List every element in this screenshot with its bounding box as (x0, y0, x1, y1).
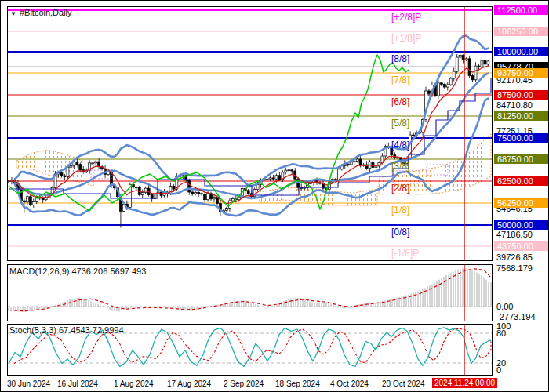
price-level-badge: 56250.00 (494, 198, 549, 208)
murrey-level-label: [7/8] (391, 74, 409, 85)
murrey-level-label: [-1/8]P (391, 248, 419, 259)
main-price-chart[interactable] (7, 6, 493, 261)
date-axis-label: 20 Oct 2024 (382, 379, 424, 388)
date-axis-label: 1 Aug 2024 (114, 379, 154, 388)
price-level-badge: 62500.00 (494, 176, 549, 186)
price-level-badge: 106250.00 (494, 27, 549, 36)
murrey-level-label: [0/8] (391, 227, 409, 238)
date-axis-label: 4 Oct 2024 (330, 379, 369, 388)
murrey-level-label: [+2/8]P (391, 12, 421, 23)
price-level-badge: 75000.00 (494, 133, 549, 143)
date-axis-label: 2 Sep 2024 (224, 379, 264, 388)
vline-date-badge: 2024.11.24 00:00 (432, 378, 497, 388)
macd-axis-tick: -2773.194 (496, 312, 536, 321)
price-axis-tick: 84710.80 (496, 100, 533, 110)
date-axis-label: 17 Aug 2024 (167, 379, 211, 388)
symbol-period-label[interactable]: ▼#Bitcoin,Daily (10, 8, 72, 17)
price-axis-tick: 39726.85 (496, 252, 533, 262)
stoch-axis-tick: 80 (496, 328, 506, 338)
price-axis-tick: 47186.50 (496, 230, 533, 239)
price-level-badge: 81250.00 (494, 111, 549, 121)
murrey-level-label: [2/8] (391, 183, 409, 194)
date-axis-label: 30 Jun 2024 (7, 379, 50, 388)
macd-axis-tick: 0.00 (496, 302, 513, 311)
price-level-badge: 100000.00 (494, 47, 549, 56)
murrey-level-label: [4/8] (391, 140, 409, 151)
stoch-axis-tick: 0 (496, 365, 501, 375)
price-level-badge: 50000.00 (494, 220, 549, 230)
price-level-badge: 112500.00 (494, 5, 549, 15)
chart-dropdown-icon[interactable]: ▼ (10, 10, 16, 17)
price-level-badge: 68750.00 (494, 154, 549, 164)
date-axis-label: 18 Sep 2024 (275, 379, 320, 388)
macd-axis-tick: 7568.179 (496, 263, 533, 273)
macd-label: MACD(12,26,9) 4736.206 5697.493 (9, 267, 146, 276)
price-level-badge: 93750.00 (494, 68, 549, 78)
stoch-label: Stoch(5,3,3) 67.4543 72.9994 (9, 325, 124, 335)
symbol-text: #Bitcoin,Daily (20, 8, 72, 17)
price-level-badge: 87500.00 (494, 90, 549, 100)
price-level-badge: 43750.00 (494, 241, 549, 251)
murrey-level-label: [5/8] (391, 118, 409, 129)
trading-chart-window: ▼#Bitcoin,Daily MACD(12,26,9) 4736.206 5… (0, 0, 549, 392)
murrey-level-label: [+1/8]P (391, 33, 421, 44)
murrey-level-label: [3/8] (391, 161, 409, 172)
murrey-level-label: [8/8] (391, 53, 409, 64)
date-axis-label: 16 Jul 2024 (57, 379, 98, 388)
murrey-level-label: [6/8] (391, 96, 409, 107)
murrey-level-label: [1/8] (391, 205, 409, 216)
